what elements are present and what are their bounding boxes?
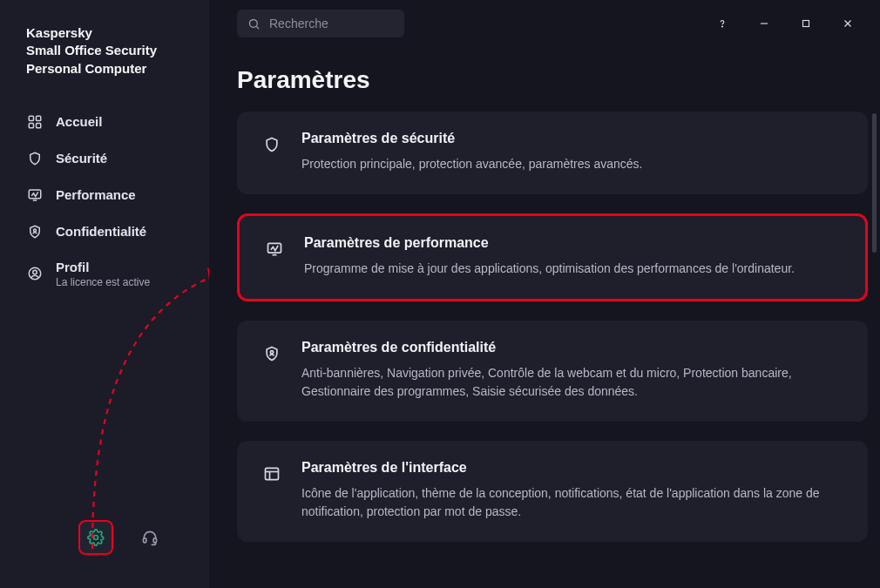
brand-block: Kaspersky Small Office Security Personal… — [0, 24, 209, 97]
card-security-settings[interactable]: Paramètres de sécurité Protection princi… — [237, 112, 868, 194]
sidebar-item-label: Confidentialité — [56, 224, 146, 239]
sidebar-item-label: Profil — [56, 260, 150, 274]
sidebar-bottom — [0, 520, 209, 571]
main-area: Recherche Paramètres — [209, 0, 880, 588]
card-interface-settings[interactable]: Paramètres de l'interface Icône de l'app… — [237, 441, 868, 542]
topbar: Recherche — [209, 0, 880, 38]
search-placeholder: Recherche — [269, 17, 328, 30]
maximize-icon — [800, 17, 812, 30]
svg-point-5 — [34, 229, 37, 232]
gear-icon — [87, 529, 105, 546]
svg-rect-15 — [803, 21, 809, 27]
search-input[interactable]: Recherche — [237, 10, 404, 37]
app-window: Kaspersky Small Office Security Personal… — [0, 0, 880, 588]
card-performance-settings[interactable]: Paramètres de performance Programme de m… — [237, 213, 868, 301]
svg-rect-1 — [37, 116, 41, 120]
brand-line-3: Personal Computer — [26, 60, 185, 78]
shield-outline-icon — [260, 132, 284, 157]
sidebar-item-label: Accueil — [56, 114, 102, 129]
help-button[interactable] — [713, 14, 732, 33]
card-privacy-settings[interactable]: Paramètres de confidentialité Anti-banni… — [237, 321, 868, 422]
window-controls — [713, 14, 866, 33]
home-grid-icon — [26, 113, 44, 131]
svg-point-7 — [33, 271, 37, 275]
sidebar-item-home[interactable]: Accueil — [0, 104, 209, 140]
search-icon — [247, 17, 261, 30]
sidebar-item-performance[interactable]: Performance — [0, 177, 209, 213]
card-title: Paramètres de sécurité — [301, 131, 845, 146]
help-icon — [716, 17, 728, 30]
card-title: Paramètres de l'interface — [301, 460, 845, 476]
brand-line-1: Kaspersky — [26, 24, 185, 42]
sidebar-item-profile[interactable]: Profil La licence est active — [0, 250, 209, 298]
card-body: Paramètres de l'interface Icône de l'app… — [301, 460, 845, 521]
brand-line-2: Small Office Security — [26, 42, 185, 59]
card-title: Paramètres de confidentialité — [301, 340, 845, 355]
card-body: Paramètres de confidentialité Anti-banni… — [301, 340, 845, 401]
card-desc: Icône de l'application, thème de la conc… — [301, 484, 845, 521]
layout-browser-icon — [260, 462, 284, 486]
shield-person-icon — [260, 341, 284, 366]
sidebar-item-text-col: Profil La licence est active — [56, 260, 150, 288]
sidebar-item-sublabel: La licence est active — [56, 276, 150, 288]
svg-rect-20 — [266, 468, 279, 479]
card-title: Paramètres de performance — [304, 235, 843, 251]
monitor-speed-icon — [26, 186, 44, 204]
shield-icon — [26, 150, 44, 167]
minimize-icon — [758, 17, 770, 30]
svg-rect-2 — [29, 123, 33, 127]
shield-person-icon — [26, 223, 44, 240]
close-button[interactable] — [838, 14, 857, 33]
svg-point-9 — [94, 536, 98, 540]
content-area: Paramètres de sécurité Protection princi… — [209, 112, 880, 588]
person-circle-icon — [26, 265, 44, 282]
card-desc: Protection principale, protection avancé… — [301, 155, 845, 173]
svg-rect-11 — [153, 538, 156, 543]
sidebar-item-privacy[interactable]: Confidentialité — [0, 213, 209, 250]
svg-point-13 — [722, 26, 723, 27]
headset-icon — [141, 529, 159, 546]
card-desc: Programme de mise à jour des application… — [304, 260, 843, 278]
maximize-button[interactable] — [796, 14, 816, 33]
card-body: Paramètres de sécurité Protection princi… — [301, 131, 845, 173]
page-title: Paramètres — [209, 38, 880, 112]
card-body: Paramètres de performance Programme de m… — [304, 235, 843, 278]
support-button[interactable] — [132, 520, 167, 555]
sidebar-nav: Accueil Sécurité Performance Confidentia… — [0, 97, 209, 305]
sidebar-item-label: Performance — [56, 187, 136, 202]
svg-point-12 — [250, 19, 258, 27]
close-icon — [842, 17, 854, 30]
monitor-speed-icon — [262, 237, 287, 261]
svg-rect-3 — [37, 123, 41, 127]
svg-rect-10 — [144, 538, 146, 543]
card-desc: Anti-bannières, Navigation privée, Contr… — [301, 364, 845, 401]
scrollbar-thumb[interactable] — [872, 113, 877, 253]
svg-point-19 — [270, 351, 273, 354]
sidebar: Kaspersky Small Office Security Personal… — [0, 0, 209, 588]
minimize-button[interactable] — [755, 14, 774, 33]
svg-rect-0 — [29, 116, 33, 120]
settings-button[interactable] — [78, 520, 113, 555]
sidebar-item-label: Sécurité — [56, 151, 107, 166]
sidebar-item-security[interactable]: Sécurité — [0, 140, 209, 177]
